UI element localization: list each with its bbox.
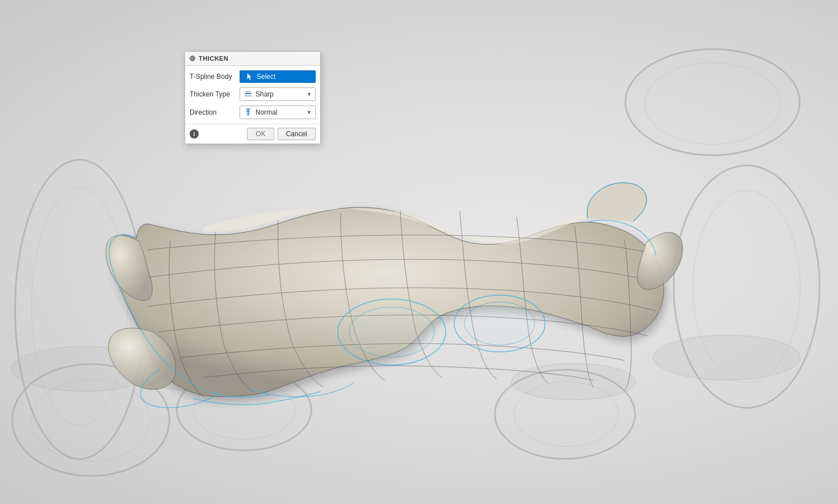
svg-point-3 <box>464 302 535 345</box>
dropdown-left: Sharp <box>244 90 274 99</box>
thicken-dialog: THICKEN T-Spline Body Select Thicken Typ… <box>185 51 321 144</box>
direction-label: Direction <box>190 108 240 116</box>
svg-point-1 <box>349 307 434 357</box>
ring-left-inner[interactable] <box>31 187 128 426</box>
direction-value: Normal <box>255 108 278 116</box>
dialog-title-bar: THICKEN <box>185 52 320 66</box>
select-button-label: Select <box>257 73 275 81</box>
tspline-body-label: T-Spline Body <box>190 73 240 81</box>
thicken-type-dropdown[interactable]: Sharp ▼ <box>240 87 316 101</box>
thicken-type-label: Thicken Type <box>190 90 240 98</box>
direction-arrow: ▼ <box>307 110 312 115</box>
info-icon[interactable]: i <box>190 129 199 138</box>
ring-bottom-right-inner[interactable] <box>514 381 619 447</box>
direction-control: Normal ▼ <box>240 106 316 119</box>
cursor-icon <box>246 73 254 81</box>
thicken-type-control: Sharp ▼ <box>240 87 316 101</box>
ring-bottom-center-inner[interactable] <box>193 380 295 440</box>
svg-rect-5 <box>245 95 252 96</box>
svg-point-2 <box>454 295 545 352</box>
thicken-type-icon <box>244 90 253 99</box>
thicken-type-value: Sharp <box>255 90 274 98</box>
tspline-body-control: Select <box>240 70 316 83</box>
tspline-body-row: T-Spline Body Select <box>185 68 320 85</box>
dialog-footer: i OK Cancel <box>185 124 320 144</box>
cancel-button[interactable]: Cancel <box>278 128 316 140</box>
direction-icon <box>244 108 253 117</box>
dialog-body: T-Spline Body Select Thicken Type <box>185 66 320 124</box>
ring-right-inner[interactable] <box>693 190 801 383</box>
title-dot <box>190 56 195 61</box>
thicken-type-row: Thicken Type Sharp ▼ <box>185 85 320 103</box>
ok-button[interactable]: OK <box>247 128 274 140</box>
thicken-type-arrow: ▼ <box>307 91 312 97</box>
svg-point-0 <box>338 299 446 365</box>
dropdown-left-2: Normal <box>244 108 278 117</box>
direction-dropdown[interactable]: Normal ▼ <box>240 106 316 119</box>
viewport <box>0 0 838 504</box>
svg-rect-4 <box>245 93 252 94</box>
select-button[interactable]: Select <box>240 70 316 83</box>
direction-row: Direction Normal ▼ <box>185 103 320 121</box>
footer-buttons: OK Cancel <box>247 128 316 140</box>
ring-top-right-inner[interactable] <box>644 62 781 145</box>
dialog-title: THICKEN <box>199 55 228 62</box>
